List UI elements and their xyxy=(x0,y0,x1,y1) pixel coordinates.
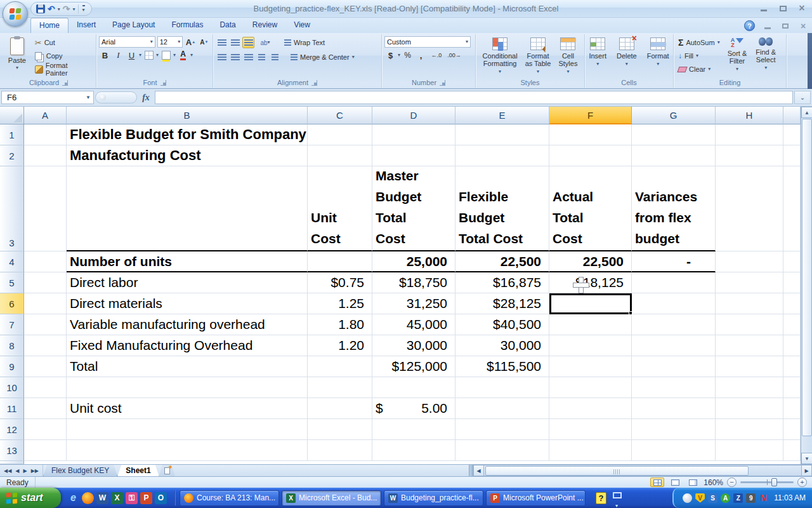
cell-H12[interactable] xyxy=(716,419,783,440)
cell-F7[interactable] xyxy=(549,314,632,335)
column-header-partial[interactable] xyxy=(783,107,801,124)
cell-E3[interactable]: Flexible Budget Total Cost xyxy=(455,166,549,251)
tray-icon[interactable]: Z xyxy=(733,493,743,503)
cell-A13[interactable] xyxy=(24,440,67,461)
cell-I6[interactable] xyxy=(783,293,801,314)
column-header-G[interactable]: G xyxy=(632,107,716,124)
column-header-D[interactable]: D xyxy=(372,107,455,124)
cell-A11[interactable] xyxy=(24,398,67,419)
font-family-combo[interactable]: Arial▾ xyxy=(99,36,155,48)
cell-A4[interactable] xyxy=(24,251,67,272)
column-header-E[interactable]: E xyxy=(455,107,549,124)
cell-B6[interactable]: Direct materials xyxy=(67,293,308,314)
workbook-minimize-button[interactable] xyxy=(763,22,773,30)
cell-G7[interactable] xyxy=(632,314,716,335)
column-header-B[interactable]: B xyxy=(67,107,308,124)
decrease-decimal-button[interactable]: .00→ xyxy=(446,50,462,61)
task-excel-active[interactable]: X Microsoft Excel - Bud... xyxy=(282,490,381,506)
cell-I4[interactable] xyxy=(783,251,801,272)
paste-dropdown-icon[interactable]: ▾ xyxy=(16,65,18,70)
cell-G6[interactable] xyxy=(632,293,716,314)
insert-cells-button[interactable]: Insert▾ xyxy=(586,36,610,77)
cell-G8[interactable] xyxy=(632,335,716,356)
tab-split-handle[interactable] xyxy=(469,465,473,476)
cell-G13[interactable] xyxy=(632,440,716,461)
cell-C7[interactable]: 1.80 xyxy=(308,314,372,335)
zoom-slider[interactable] xyxy=(740,481,794,483)
cell-F12[interactable] xyxy=(549,419,632,440)
cell-H7[interactable] xyxy=(716,314,783,335)
tray-icon[interactable]: S xyxy=(708,493,717,503)
sheet-tab-sheet1[interactable]: Sheet1 xyxy=(117,465,159,476)
column-header-H[interactable]: H xyxy=(716,107,783,124)
zoom-level[interactable]: 160% xyxy=(704,478,723,487)
cell-I2[interactable] xyxy=(783,145,801,166)
cell-A12[interactable] xyxy=(24,419,67,440)
currency-dropdown-icon[interactable]: ▾ xyxy=(398,53,400,58)
cell-H5[interactable] xyxy=(716,272,783,293)
align-middle-button[interactable] xyxy=(229,37,241,48)
cell-A8[interactable] xyxy=(24,335,67,356)
cell-D3[interactable]: Master Budget Total Cost xyxy=(372,166,455,251)
cell-C8[interactable]: 1.20 xyxy=(308,335,372,356)
cell-I7[interactable] xyxy=(783,314,801,335)
autosum-button[interactable]: ΣAutoSum▾ xyxy=(676,36,722,49)
formula-bar-splitter[interactable] xyxy=(95,91,137,104)
tab-page-layout[interactable]: Page Layout xyxy=(104,18,163,33)
column-header-A[interactable]: A xyxy=(24,107,67,124)
cell-A10[interactable] xyxy=(24,377,67,398)
tray-icon[interactable] xyxy=(683,493,692,503)
comma-button[interactable]: , xyxy=(415,50,427,61)
cell-F13[interactable] xyxy=(549,440,632,461)
tray-icon[interactable]: N xyxy=(759,493,768,503)
cell-B3[interactable] xyxy=(67,166,308,251)
grow-font-button[interactable]: A xyxy=(185,36,196,48)
font-size-combo[interactable]: 12▾ xyxy=(157,36,183,48)
cell-H4[interactable] xyxy=(716,251,783,272)
cell-E8[interactable]: 30,000 xyxy=(455,335,549,356)
cell-D6[interactable]: 31,250 xyxy=(372,293,455,314)
tray-icon[interactable]: A xyxy=(721,493,730,503)
cell-E6[interactable]: $28,125 xyxy=(455,293,549,314)
row-header-11[interactable]: 11 xyxy=(0,398,24,419)
number-format-combo[interactable]: Custom▾ xyxy=(384,36,471,48)
cell-D5[interactable]: $18,750 xyxy=(372,272,455,293)
cell-G5[interactable] xyxy=(632,272,716,293)
cell-C6[interactable]: 1.25 xyxy=(308,293,372,314)
align-left-button[interactable] xyxy=(216,51,228,63)
conditional-formatting-button[interactable]: Conditional Formatting▾ xyxy=(480,36,521,77)
cell-A1[interactable] xyxy=(24,124,67,145)
cell-H11[interactable] xyxy=(716,398,783,419)
cell-I10[interactable] xyxy=(783,377,801,398)
row-header-12[interactable]: 12 xyxy=(0,419,24,440)
cell-H3[interactable] xyxy=(716,166,783,251)
cell-H2[interactable] xyxy=(716,145,783,166)
scroll-down-icon[interactable]: ▼ xyxy=(801,453,812,464)
insert-function-button[interactable]: fx xyxy=(138,91,154,104)
tab-home[interactable]: Home xyxy=(30,18,69,33)
font-color-button[interactable]: A xyxy=(177,50,189,61)
key-icon[interactable]: ⚿ xyxy=(126,492,138,504)
cell-A3[interactable] xyxy=(24,166,67,251)
wrap-text-button[interactable]: Wrap Text xyxy=(282,36,327,49)
internet-explorer-icon[interactable]: e xyxy=(67,492,79,504)
cell-D8[interactable]: 30,000 xyxy=(372,335,455,356)
task-powerpoint[interactable]: P Microsoft PowerPoint ... xyxy=(486,490,586,506)
cell-styles-button[interactable]: Cell Styles▾ xyxy=(555,36,580,77)
scroll-up-icon[interactable]: ▲ xyxy=(801,107,812,118)
firefox-icon[interactable] xyxy=(82,492,94,504)
cell-H9[interactable] xyxy=(716,356,783,377)
cell-D4[interactable]: 25,000 xyxy=(372,251,455,272)
minimize-button[interactable] xyxy=(759,4,769,13)
cell-D7[interactable]: 45,000 xyxy=(372,314,455,335)
zoom-out-button[interactable]: − xyxy=(727,478,737,487)
borders-button[interactable] xyxy=(143,50,155,61)
cell-C11[interactable] xyxy=(308,398,372,419)
cell-D11[interactable]: $5.00 xyxy=(372,398,455,419)
clipboard-dialog-launcher-icon[interactable] xyxy=(62,80,68,86)
cell-H10[interactable] xyxy=(716,377,783,398)
task-word-budgeting[interactable]: W Budgeting_practice-fl... xyxy=(384,490,483,506)
underline-button[interactable]: U xyxy=(126,50,138,61)
format-cells-button[interactable]: Format▾ xyxy=(644,36,672,77)
cell-C10[interactable] xyxy=(308,377,372,398)
